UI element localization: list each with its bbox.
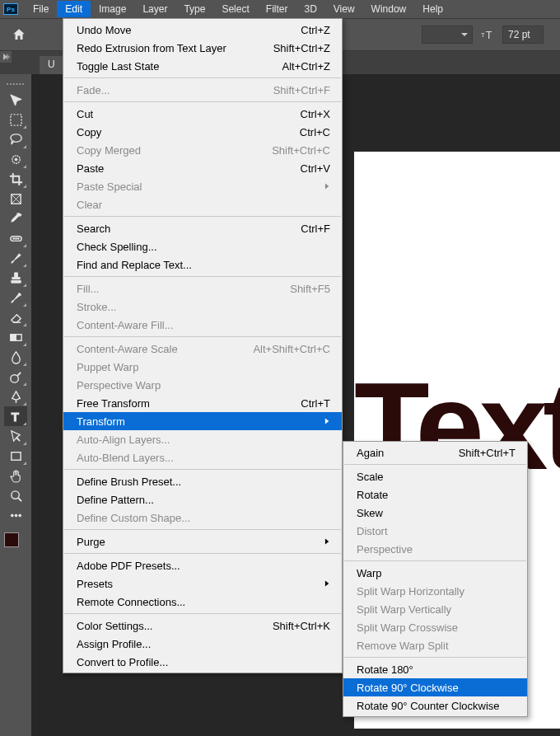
blur-tool[interactable] (4, 347, 27, 367)
path-select-tool[interactable] (4, 426, 27, 446)
move-tool[interactable] (4, 90, 27, 110)
menu-item-shortcut: Alt+Shift+Ctrl+C (253, 343, 330, 355)
svg-point-16 (11, 514, 13, 517)
edit-transform[interactable]: Transform (63, 412, 342, 430)
menu-3d[interactable]: 3D (296, 1, 324, 17)
edit-undo-move[interactable]: Undo MoveCtrl+Z (63, 21, 342, 39)
svg-point-9 (17, 237, 19, 239)
gradient-tool[interactable] (4, 327, 27, 347)
hand-tool[interactable] (4, 466, 27, 485)
stamp-tool[interactable] (4, 268, 27, 288)
edit-puppet-warp: Puppet Warp (63, 358, 342, 376)
menu-item-label: Assign Profile... (77, 638, 330, 650)
submenu-arrow-icon (324, 182, 330, 190)
edit-adobe-pdf-presets[interactable]: Adobe PDF Presets... (63, 556, 342, 574)
edit-auto-align-layers: Auto-Align Layers... (63, 430, 342, 448)
menu-item-label: Transform (77, 415, 291, 428)
menu-help[interactable]: Help (414, 1, 451, 17)
transform-rotate-90-clockwise[interactable]: Rotate 90° Clockwise (343, 678, 527, 696)
menu-item-label: Rotate 90° Counter Clockwise (357, 700, 516, 712)
transform-rotate-180[interactable]: Rotate 180° (343, 660, 527, 678)
type-tool[interactable]: T (4, 406, 27, 426)
home-button[interactable] (7, 23, 31, 46)
menu-item-label: Toggle Last State (77, 60, 249, 73)
menu-edit[interactable]: Edit (57, 1, 91, 17)
transform-warp[interactable]: Warp (343, 564, 527, 582)
marquee-tool[interactable] (4, 110, 27, 129)
edit-define-brush-preset[interactable]: Define Brush Preset... (63, 472, 342, 490)
eraser-tool[interactable] (4, 307, 27, 327)
svg-point-18 (18, 514, 21, 517)
edit-toggle-last-state[interactable]: Toggle Last StateAlt+Ctrl+Z (63, 57, 342, 75)
menu-item-label: Define Custom Shape... (77, 512, 330, 524)
menu-select[interactable]: Select (213, 1, 257, 17)
submenu-arrow-icon (324, 579, 330, 588)
edit-search[interactable]: SearchCtrl+F (63, 219, 342, 237)
frame-tool[interactable] (4, 189, 27, 209)
menu-item-shortcut: Ctrl+T (301, 397, 330, 410)
color-swatches[interactable] (4, 532, 27, 556)
edit-menu: Undo MoveCtrl+ZRedo Extrusion from Text … (63, 18, 343, 673)
menu-file[interactable]: File (25, 1, 57, 17)
menu-item-label: Free Transform (77, 397, 268, 410)
rectangle-tool[interactable] (4, 446, 27, 466)
menu-type[interactable]: Type (175, 1, 213, 17)
pen-tool[interactable] (4, 387, 27, 406)
edit-paste[interactable]: PasteCtrl+V (63, 159, 342, 177)
edit-check-spelling[interactable]: Check Spelling... (63, 237, 342, 255)
quick-select-tool[interactable] (4, 149, 27, 169)
anti-alias-select[interactable] (422, 26, 473, 44)
eyedropper-tool[interactable] (4, 209, 27, 228)
edit-clear: Clear (63, 195, 342, 213)
font-size-input[interactable]: 72 pt (502, 26, 544, 44)
menu-item-label: Define Brush Preset... (77, 476, 330, 488)
transform-rotate-90-counter-clockwise[interactable]: Rotate 90° Counter Clockwise (343, 696, 527, 715)
document-tab[interactable]: U (40, 56, 63, 74)
edit-presets[interactable]: Presets (63, 574, 342, 593)
transform-scale[interactable]: Scale (343, 467, 527, 485)
history-brush-tool[interactable] (4, 288, 27, 307)
brush-tool[interactable] (4, 248, 27, 268)
menu-item-label: Remove Warp Split (357, 640, 516, 652)
edit-toolbar[interactable] (4, 505, 27, 525)
menu-window[interactable]: Window (363, 1, 415, 17)
menu-image[interactable]: Image (91, 1, 134, 17)
edit-auto-blend-layers: Auto-Blend Layers... (63, 448, 342, 466)
menu-view[interactable]: View (325, 1, 363, 17)
toolbox-handle[interactable]: •••••• (2, 79, 30, 87)
transform-rotate[interactable]: Rotate (343, 485, 527, 504)
menu-layer[interactable]: Layer (134, 1, 175, 17)
edit-copy[interactable]: CopyCtrl+C (63, 123, 342, 141)
svg-point-12 (10, 374, 17, 382)
svg-text:T: T (11, 410, 19, 424)
transform-skew[interactable]: Skew (343, 504, 527, 522)
font-size-icon: TT (481, 27, 496, 42)
edit-free-transform[interactable]: Free TransformCtrl+T (63, 394, 342, 412)
edit-remote-connections[interactable]: Remote Connections... (63, 593, 342, 611)
edit-purge[interactable]: Purge (63, 532, 342, 551)
transform-again[interactable]: AgainShift+Ctrl+T (343, 443, 527, 462)
healing-brush-tool[interactable] (4, 228, 27, 248)
menu-item-label: Distort (357, 525, 516, 537)
edit-fill: Fill...Shift+F5 (63, 279, 342, 298)
edit-stroke: Stroke... (63, 298, 342, 316)
edit-cut[interactable]: CutCtrl+X (63, 105, 342, 123)
edit-color-settings[interactable]: Color Settings...Shift+Ctrl+K (63, 616, 342, 635)
dodge-tool[interactable] (4, 367, 27, 387)
edit-define-pattern[interactable]: Define Pattern... (63, 490, 342, 509)
toolbox: •••••• T (0, 74, 31, 556)
lasso-tool[interactable] (4, 129, 27, 149)
menu-item-shortcut: Ctrl+Z (301, 24, 330, 36)
edit-redo-extrusion-from-text-layer[interactable]: Redo Extrusion from Text LayerShift+Ctrl… (63, 39, 342, 57)
menu-filter[interactable]: Filter (258, 1, 296, 17)
foreground-swatch[interactable] (4, 532, 19, 547)
edit-find-and-replace-text[interactable]: Find and Replace Text... (63, 255, 342, 274)
transform-submenu: AgainShift+Ctrl+TScaleRotateSkewDistortP… (343, 441, 528, 717)
edit-assign-profile[interactable]: Assign Profile... (63, 635, 342, 653)
zoom-tool[interactable] (4, 485, 27, 505)
expand-panels-toggle[interactable] (0, 51, 12, 63)
edit-convert-to-profile[interactable]: Convert to Profile... (63, 653, 342, 671)
svg-rect-2 (10, 114, 21, 124)
menu-item-label: Paste Special (77, 180, 291, 193)
crop-tool[interactable] (4, 169, 27, 189)
